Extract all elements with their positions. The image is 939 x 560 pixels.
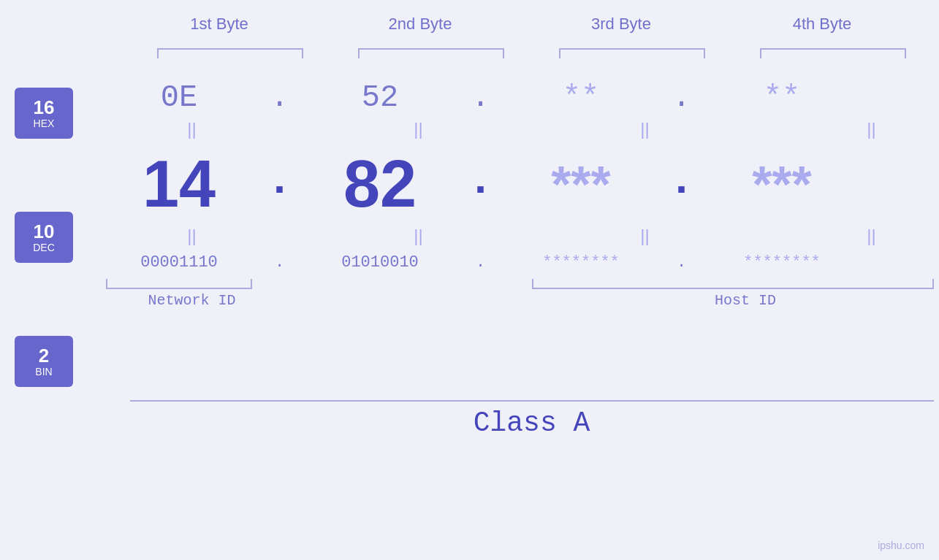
hex-b4: **	[694, 80, 870, 115]
bracket-b3	[532, 37, 733, 58]
eq2-b4: ||	[771, 226, 939, 246]
bottom-dot-spacer1	[267, 279, 292, 289]
hex-dot-3: .	[669, 80, 694, 115]
top-brackets	[6, 37, 934, 58]
bracket-b4	[733, 37, 934, 58]
hex-b2: 52	[292, 80, 468, 115]
bottom-brackets	[91, 279, 939, 289]
hex-label: HEX	[34, 118, 55, 129]
data-area: 0E . 52 . ** . **	[91, 58, 939, 309]
dec-dot-3: .	[669, 159, 694, 210]
labels-column: 16 HEX 10 DEC 2 BIN	[0, 88, 91, 387]
hex-b1: 0E	[91, 80, 267, 115]
watermark: ipshu.com	[878, 540, 924, 551]
eq1-b1: ||	[91, 119, 292, 139]
eq1-b4: ||	[771, 119, 939, 139]
bin-row: 00001110 . 01010010 . ******** .	[91, 253, 939, 272]
bin-dot-1: .	[267, 253, 292, 272]
bracket-b2	[331, 37, 532, 58]
hex-dot-1: .	[267, 80, 292, 115]
eq2-b2: ||	[318, 226, 519, 246]
class-section: Class A	[130, 400, 934, 439]
bin-b4: ********	[694, 253, 870, 272]
hex-dot-2: .	[468, 80, 493, 115]
bin-dot-3: .	[669, 253, 694, 272]
eq1-b3: ||	[544, 119, 745, 139]
equals-row-1: || || || ||	[91, 119, 939, 139]
dec-label: DEC	[33, 242, 55, 253]
bracket-b1	[130, 37, 331, 58]
equals-row-2: || || || ||	[91, 226, 939, 246]
bin-b2: 01010010	[292, 253, 468, 272]
byte2-header: 2nd Byte	[320, 15, 521, 34]
dec-number: 10	[34, 221, 55, 242]
host-bracket-shape	[532, 279, 934, 289]
bin-label: BIN	[35, 366, 52, 377]
hex-row: 0E . 52 . ** . **	[91, 80, 939, 115]
bin-b3: ********	[493, 253, 669, 272]
byte3-header: 3rd Byte	[521, 15, 722, 34]
bin-number: 2	[39, 345, 49, 367]
dec-dot-2: .	[468, 159, 493, 210]
host-id-cell: Host ID	[519, 292, 939, 309]
bracket-b1-shape	[157, 48, 303, 58]
bottom-dot-spacer2	[468, 279, 493, 289]
eq2-b1: ||	[91, 226, 292, 246]
section-labels-row: Network ID Host ID	[91, 292, 939, 309]
bracket-b3-shape	[559, 48, 705, 58]
header-row: 1st Byte 2nd Byte 3rd Byte 4th Byte	[0, 15, 939, 34]
content-area: 16 HEX 10 DEC 2 BIN 0E .	[0, 58, 939, 387]
hex-b3: **	[493, 80, 669, 115]
dec-badge: 10 DEC	[15, 212, 73, 263]
host-id-label: Host ID	[715, 292, 776, 309]
bottom-spacer2	[292, 279, 468, 289]
bin-b1: 00001110	[91, 253, 267, 272]
byte1-header: 1st Byte	[119, 15, 320, 34]
bin-badge: 2 BIN	[15, 336, 73, 387]
network-id-label: Network ID	[148, 292, 235, 309]
dec-row: 14 . 82 . *** . ***	[91, 147, 939, 222]
bottom-bracket-host	[493, 279, 939, 289]
hex-number: 16	[34, 97, 55, 118]
dec-b2: 82	[292, 147, 468, 222]
bracket-b4-shape	[760, 48, 906, 58]
byte4-header: 4th Byte	[722, 15, 923, 34]
bin-dot-2: .	[468, 253, 493, 272]
bracket-b2-shape	[358, 48, 504, 58]
dec-b4: ***	[694, 156, 870, 214]
dec-b3: ***	[493, 156, 669, 214]
hex-badge: 16 HEX	[15, 88, 73, 139]
dec-dot-1: .	[267, 159, 292, 210]
eq2-b3: ||	[544, 226, 745, 246]
network-id-cell: Network ID	[91, 292, 292, 309]
network-bracket-shape	[106, 279, 252, 289]
main-container: 1st Byte 2nd Byte 3rd Byte 4th Byte 16 H…	[0, 0, 939, 560]
class-label: Class A	[474, 407, 590, 439]
class-section-wrapper: Class A	[0, 393, 939, 439]
bottom-bracket-network	[91, 279, 267, 289]
eq1-b2: ||	[318, 119, 519, 139]
dec-b1: 14	[91, 147, 267, 222]
